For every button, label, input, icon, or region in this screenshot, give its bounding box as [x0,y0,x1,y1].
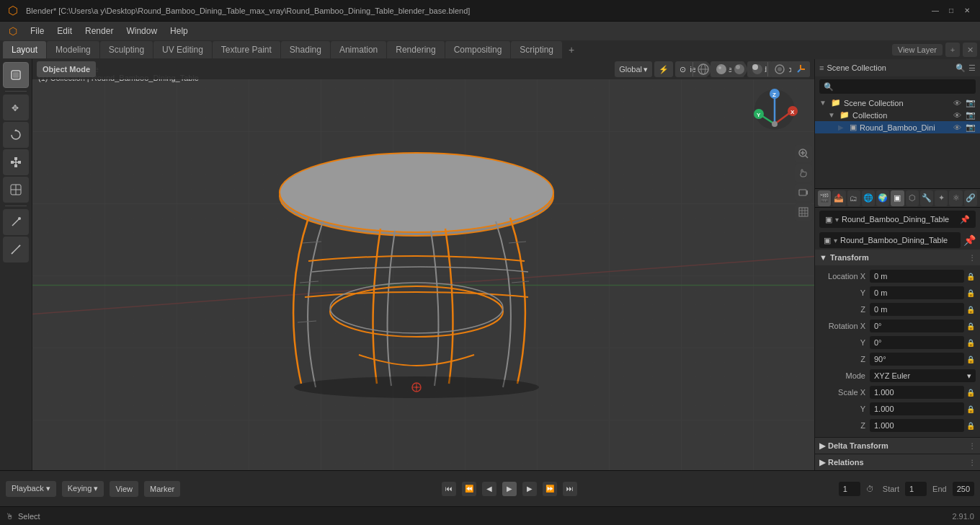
tab-modeling[interactable]: Modeling [47,41,99,58]
prop-tab-object[interactable]: ▣ [891,190,904,206]
scene-collection-eye[interactable]: 👁 [953,99,961,107]
move-tool-button[interactable]: ✥ [3,94,29,120]
rotation-z-field[interactable]: 90° [870,353,964,366]
object-name-pin[interactable]: 📌 [960,215,970,224]
prev-keyframe-button[interactable]: ⏪ [462,482,476,496]
object-mode-selector[interactable]: Object Mode [37,61,96,77]
prev-frame-button[interactable]: ◀ [482,482,496,496]
relations-header[interactable]: ▶ Relations ⋮ [815,454,980,470]
zoom-in-button[interactable] [795,145,812,162]
delta-transform-options[interactable]: ⋮ [968,442,976,450]
collection-eye[interactable]: 👁 [953,111,961,120]
rotate-tool-button[interactable] [3,122,29,148]
collection-camera[interactable]: 📷 [966,110,976,120]
next-keyframe-button[interactable]: ⏩ [543,482,557,496]
overlay-button[interactable] [770,61,789,77]
minimize-button[interactable]: — [928,6,943,16]
measure-tool-button[interactable] [3,237,29,262]
keying-menu[interactable]: Keying ▾ [62,481,104,497]
prop-tab-world[interactable]: 🌍 [876,190,889,206]
annotate-tool-button[interactable] [3,209,29,235]
outliner-search-icon[interactable]: 🔍 [956,63,966,73]
scale-z-field[interactable]: 1.000 [870,419,964,432]
view-layer-remove[interactable]: ✕ [963,43,977,57]
tab-compositing[interactable]: Compositing [445,41,511,58]
view-timeline-menu[interactable]: View [110,481,138,497]
start-frame-field[interactable]: 1 [905,482,927,496]
bamboo-table-eye[interactable]: 👁 [953,123,961,132]
scene-collection-expand[interactable]: ▼ [819,99,828,107]
location-x-field[interactable]: 0 m [870,270,964,283]
tab-uv-editing[interactable]: UV Editing [153,41,212,58]
view-layer-selector[interactable]: View Layer [892,44,943,56]
rotation-x-field[interactable]: 0° [870,319,964,332]
rotation-mode-selector[interactable]: XYZ Euler ▾ [870,369,976,382]
current-frame-field[interactable]: 1 [839,482,860,496]
snap-button[interactable]: ⚡ [654,61,673,77]
outliner-item-bamboo-table[interactable]: ▶ ▣ Round_Bamboo_Dini 👁 📷 [815,121,980,133]
scale-x-field[interactable]: 1.000 [870,386,964,399]
outliner-item-scene-collection[interactable]: ▼ 📁 Scene Collection 👁 📷 [815,97,980,109]
tab-animation[interactable]: Animation [331,41,386,58]
tab-texture-paint[interactable]: Texture Paint [213,41,280,58]
solid-shading-button[interactable] [713,61,729,77]
select-tool-button[interactable] [3,62,29,88]
prop-tab-mesh[interactable]: ⬡ [906,190,919,206]
prop-tab-physics[interactable]: ⚛ [949,190,962,206]
rendered-shading-button[interactable] [749,61,765,77]
tab-scripting[interactable]: Scripting [511,41,562,58]
wireframe-button[interactable] [695,61,711,77]
menu-help[interactable]: Help [164,25,194,38]
close-button[interactable]: ✕ [960,6,974,16]
scene-collection-camera[interactable]: 📷 [966,98,976,107]
tab-layout[interactable]: Layout [3,41,46,58]
outliner-filter-icon[interactable]: ☰ [968,63,976,73]
transform-tool-button[interactable] [3,177,29,203]
scale-y-field[interactable]: 1.000 [870,402,964,415]
outliner-item-collection[interactable]: ▼ 📁 Collection 👁 📷 [815,109,980,121]
viewport-gizmo[interactable]: Z X Y [735,84,800,149]
prop-tab-output[interactable]: 📤 [832,190,845,206]
menu-edit[interactable]: Edit [51,25,78,38]
scale-tool-button[interactable] [3,149,29,175]
maximize-button[interactable]: □ [944,6,958,16]
marker-menu[interactable]: Marker [144,481,180,497]
transform-space-selector[interactable]: Global ▾ [615,61,652,77]
menu-blender[interactable]: ⬡ [3,24,23,38]
outliner-search-bar[interactable]: 🔍 [819,79,976,94]
scale-x-lock[interactable]: 🔒 [966,387,976,397]
rotation-y-field[interactable]: 0° [870,336,964,349]
mesh-data-pin[interactable]: 📌 [963,234,976,246]
tab-sculpting[interactable]: Sculpting [100,41,153,58]
location-y-field[interactable]: 0 m [870,286,964,299]
proportional-edit-button[interactable]: ⊙ [675,61,690,77]
titlebar-controls[interactable]: — □ ✕ [928,6,974,16]
camera-view-button[interactable] [795,184,812,201]
rotation-y-lock[interactable]: 🔒 [966,338,976,348]
delta-transform-header[interactable]: ▶ Delta Transform ⋮ [815,438,980,454]
play-button[interactable]: ▶ [502,482,517,496]
grid-toggle-button[interactable] [795,203,812,221]
end-frame-field[interactable]: 250 [953,482,974,496]
prop-tab-particles[interactable]: ✦ [935,190,948,206]
menu-window[interactable]: Window [120,25,163,38]
rotation-x-lock[interactable]: 🔒 [966,321,976,331]
prop-tab-render[interactable]: 🎬 [818,190,831,206]
hand-tool-button[interactable] [795,164,812,182]
view-layer-add[interactable]: + [945,43,960,57]
tab-rendering[interactable]: Rendering [387,41,444,58]
prop-tab-viewlayer[interactable]: 🗂 [847,190,860,206]
next-frame-button[interactable]: ▶ [522,482,537,496]
transform-options-icon[interactable]: ⋮ [968,254,976,262]
relations-options[interactable]: ⋮ [968,459,976,467]
menu-file[interactable]: File [24,25,50,38]
prop-tab-constraints[interactable]: 🔗 [964,190,977,206]
transform-section-header[interactable]: ▼ Transform ⋮ [815,250,980,265]
gizmo-button[interactable] [791,61,810,77]
location-x-lock[interactable]: 🔒 [966,271,976,281]
bamboo-table-expand[interactable]: ▶ [838,123,847,131]
material-shading-button[interactable] [731,61,747,77]
collection-expand[interactable]: ▼ [828,111,837,119]
jump-start-button[interactable]: ⏮ [442,482,456,496]
prop-tab-modifier[interactable]: 🔧 [920,190,933,206]
